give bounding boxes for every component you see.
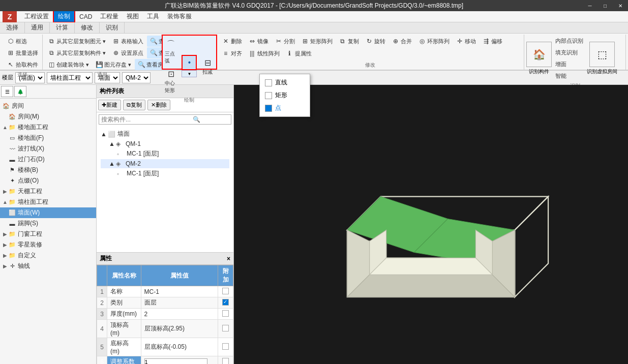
left-panel-top: ☰ 🌲 bbox=[0, 85, 96, 99]
menu-item-quantity[interactable]: 工程量 bbox=[96, 11, 123, 22]
ct-mc1-1[interactable]: ◦ MC-1 [面层] bbox=[101, 148, 229, 159]
ribbon-tab-identify[interactable]: 识别 bbox=[100, 22, 125, 33]
save-element-btn[interactable]: 💾 图元存盘 ▾ bbox=[93, 59, 134, 70]
menu-item-view[interactable]: 视图 bbox=[123, 11, 143, 22]
prop-checkbox[interactable] bbox=[222, 310, 229, 317]
ribbon-tab-modify[interactable]: 修改 bbox=[75, 22, 100, 33]
new-component-btn[interactable]: ✚ 新建 bbox=[98, 100, 121, 110]
offset-btn[interactable]: ⇶偏移 bbox=[480, 36, 505, 47]
ct-wall-main[interactable]: ▲ ⬜ 墙面 bbox=[101, 129, 229, 139]
mirror-btn[interactable]: ⇔镜像 bbox=[246, 36, 271, 47]
move-btn[interactable]: ✛移动 bbox=[453, 36, 479, 47]
center-rect-btn[interactable]: ⊡ 中心矩形 bbox=[162, 66, 180, 96]
ct-mc1-2[interactable]: ◦ MC-1 [面层] bbox=[101, 168, 229, 179]
prop-checkbox[interactable] bbox=[222, 299, 229, 306]
rotate-btn[interactable]: ↻旋转 bbox=[363, 36, 388, 47]
tree-item-wave-x[interactable]: 〰 波打线(X) bbox=[0, 143, 96, 154]
list-view-btn[interactable]: ☰ bbox=[1, 86, 13, 97]
prop-table: 属性名称 属性值 附加 1 名称 MC-1 2 类别 面层 3 bbox=[97, 265, 233, 364]
batch-select-btn[interactable]: ⊞ 批量选择 bbox=[4, 47, 41, 58]
fill-identify-btn[interactable]: 填充识别 bbox=[553, 47, 586, 58]
search-input[interactable] bbox=[101, 116, 193, 123]
tree-item-floor-eng[interactable]: ▲ 📁 楼地面工程 bbox=[0, 122, 96, 133]
attr-btn[interactable]: ℹ提属性 bbox=[283, 48, 314, 59]
identify-component-big-btn[interactable]: 🏠 bbox=[526, 42, 552, 67]
menu-item-cad[interactable]: CAD bbox=[75, 12, 96, 21]
tree-item-wall-w[interactable]: ⬜ 墙面(W) bbox=[0, 207, 96, 218]
prop-row-value: 面层 bbox=[141, 297, 218, 309]
prop-row-extra bbox=[218, 356, 233, 365]
tree-item-door-stone[interactable]: ▬ 过门石(D) bbox=[0, 154, 96, 165]
copy-from-layer-btn[interactable]: ⧉ 从其它层复制图元 ▾ bbox=[45, 36, 108, 47]
arc-icon: ⌒ bbox=[165, 38, 177, 50]
ribbon-tab-select[interactable]: 选择 bbox=[0, 22, 25, 33]
search-box[interactable]: 🔍 bbox=[99, 114, 231, 125]
align-icon: ≡ bbox=[222, 49, 230, 57]
ct-qm1[interactable]: ▲ ◈ QM-1 bbox=[101, 139, 229, 148]
rect-array-btn[interactable]: ⊞矩形阵列 bbox=[298, 36, 335, 47]
minimize-button[interactable]: ─ bbox=[582, 0, 597, 11]
tree-item-ceiling[interactable]: ▶ 📁 天棚工程 bbox=[0, 186, 96, 197]
copy-component-btn[interactable]: ⧉ 从其它层复制构件 ▾ bbox=[45, 47, 108, 58]
prop-close-btn[interactable]: × bbox=[227, 255, 230, 262]
general-group-label: 通用 bbox=[45, 71, 159, 78]
add-surface-btn[interactable]: 增面 bbox=[553, 59, 586, 70]
tree-item-stairs[interactable]: ⚑ 楼梯(B) bbox=[0, 165, 96, 175]
menu-item-tools[interactable]: 工具 bbox=[143, 11, 163, 22]
title-text: 广联达BIM装饰算量软件 V4.0 GDQ2017 - [C:/Users/kj… bbox=[165, 2, 463, 10]
close-button[interactable]: ✕ bbox=[613, 0, 628, 11]
inner-point-btn[interactable]: 内部点识别 bbox=[553, 36, 586, 46]
merge-btn[interactable]: ⊕合并 bbox=[389, 36, 414, 47]
menu-item-service[interactable]: 装饰客服 bbox=[163, 11, 196, 22]
copy-component-btn2[interactable]: ⧉ 复制 bbox=[123, 100, 145, 110]
prop-row-name: 底标高(m) bbox=[107, 338, 141, 356]
z-logo[interactable]: Z bbox=[3, 11, 17, 22]
split-icon: ✂ bbox=[275, 37, 283, 45]
tree-item-custom[interactable]: ▶ 📁 自定义 bbox=[0, 250, 96, 261]
tree-item-misc[interactable]: ▶ 📁 零星装修 bbox=[0, 239, 96, 250]
tree-item-room[interactable]: 🏠 房间 bbox=[0, 101, 96, 111]
copy-btn[interactable]: ⧉复制 bbox=[336, 36, 362, 47]
delete-btn[interactable]: ✕删除 bbox=[219, 36, 245, 47]
prop-checkbox[interactable] bbox=[222, 343, 229, 350]
tree-item-window-door[interactable]: ▶ 📁 门窗工程 bbox=[0, 229, 96, 239]
prop-row-value[interactable] bbox=[141, 356, 218, 365]
linear-array-btn[interactable]: |||线性阵列 bbox=[246, 48, 282, 59]
menu-item-settings[interactable]: 工程设置 bbox=[20, 11, 53, 22]
snap-point-btn[interactable]: • bbox=[182, 55, 197, 70]
dropdown-item-line[interactable]: 直线 bbox=[260, 76, 310, 89]
set-origin-btn[interactable]: ⊕ 设置原点 bbox=[109, 47, 146, 58]
menu-item-draw[interactable]: 绘制 bbox=[53, 10, 75, 23]
ring-array-btn[interactable]: ◎环形阵列 bbox=[415, 36, 452, 47]
batch-select-icon: ⊞ bbox=[7, 49, 15, 57]
offset-icon: ⇶ bbox=[482, 37, 490, 45]
tree-item-baseboard[interactable]: ▬ 踢脚(S) bbox=[0, 218, 96, 229]
prop-checkbox[interactable] bbox=[222, 288, 229, 294]
table-input-btn[interactable]: ⊞ 表格输入 bbox=[109, 36, 146, 47]
tree-item-room-m[interactable]: 🏠 房间(M) bbox=[0, 111, 96, 122]
prop-checkbox[interactable] bbox=[222, 358, 229, 365]
menubar: 工程设置 绘制 CAD 工程量 视图 工具 装饰客服 bbox=[0, 11, 628, 22]
tree-view-btn[interactable]: 🌲 bbox=[14, 86, 26, 97]
ribbon-tab-general[interactable]: 通用 bbox=[25, 22, 50, 33]
pick-component-btn[interactable]: ↖ 拾取构件 bbox=[4, 59, 41, 70]
smart-btn[interactable]: 智能 bbox=[553, 71, 586, 81]
identify-virtual-room-big-btn[interactable]: ⬚ bbox=[589, 42, 615, 67]
split-btn[interactable]: ✂分割 bbox=[272, 36, 297, 47]
ct-qm2[interactable]: ▲ ◈ QM-2 bbox=[101, 159, 229, 168]
maximize-button[interactable]: □ bbox=[597, 0, 613, 11]
tree-item-dots[interactable]: ✦ 点缀(O) bbox=[0, 175, 96, 186]
align-btn[interactable]: ≡对齐 bbox=[219, 48, 245, 59]
tree-item-floor-f[interactable]: ▭ 楼地面(F) bbox=[0, 133, 96, 143]
three-arc-btn[interactable]: ⌒ 三点弧 bbox=[162, 37, 180, 66]
tree-item-axis[interactable]: ▶ ✛ 轴线 bbox=[0, 261, 96, 271]
prop-checkbox[interactable] bbox=[222, 325, 229, 331]
dropdown-item-rect[interactable]: 矩形 bbox=[260, 89, 310, 102]
ribbon-tab-calc[interactable]: 计算 bbox=[50, 22, 75, 33]
tree-item-wall-col[interactable]: ▲ 📁 墙柱面工程 bbox=[0, 197, 96, 207]
select-btn[interactable]: ⬡ 框选 bbox=[4, 36, 29, 47]
subtract-btn[interactable]: ⊟ 扣减 bbox=[199, 55, 216, 77]
create-deco-block-btn[interactable]: ◫ 创建装饰块 ▾ bbox=[45, 59, 92, 70]
snap-dropdown-arrow[interactable]: ▼ bbox=[182, 70, 197, 77]
dropdown-item-point[interactable]: 点 bbox=[260, 102, 310, 114]
